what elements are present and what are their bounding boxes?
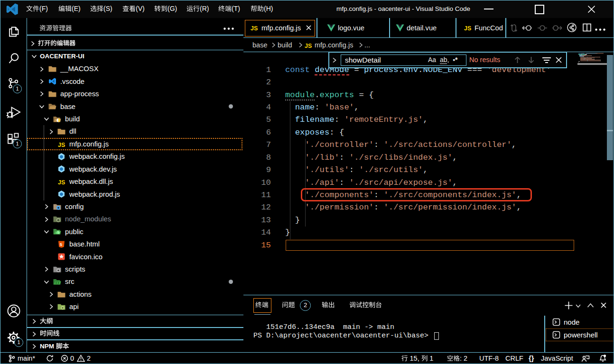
svg-text:JS: JS xyxy=(58,141,65,148)
svg-text:JS: JS xyxy=(464,25,471,32)
svg-text:JS: JS xyxy=(251,25,258,32)
svg-text:5: 5 xyxy=(60,242,62,246)
svg-text:JS: JS xyxy=(58,179,65,185)
svg-text:JS: JS xyxy=(305,43,312,49)
